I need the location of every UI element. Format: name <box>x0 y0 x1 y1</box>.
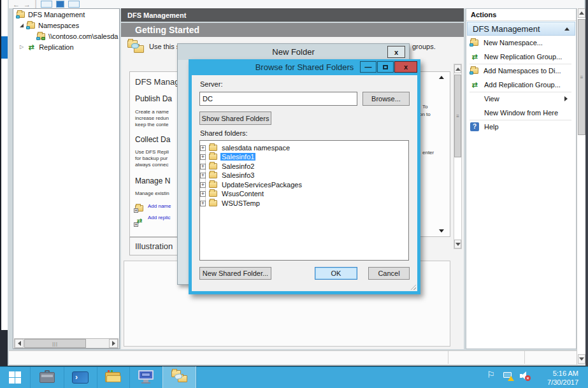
clock-time: 5:16 AM <box>534 369 578 378</box>
minimize-button[interactable]: — <box>360 61 376 73</box>
help-toolbar-icon[interactable] <box>68 1 80 8</box>
actions-section-header[interactable]: DFS Management <box>467 22 575 36</box>
scroll-down-button[interactable] <box>578 354 585 364</box>
action-help[interactable]: ? Help <box>467 120 575 133</box>
vscroll-thumb[interactable]: ≡ <box>578 19 585 135</box>
shared-folder-label: Salesinfo3 <box>220 171 255 179</box>
tree-item-namespaces[interactable]: Namespaces <box>20 20 79 31</box>
scroll-right-button[interactable] <box>109 339 118 348</box>
action-new-window[interactable]: New Window from Here <box>467 106 575 119</box>
scroll-left-button[interactable] <box>15 339 24 348</box>
show-shared-folders-button[interactable]: Show Shared Folders <box>199 111 271 125</box>
illustration-header-box[interactable]: Illustration <box>129 237 178 255</box>
clock-date: 7/30/2017 <box>534 378 578 387</box>
action-new-namespace[interactable]: New Namespace... <box>467 36 575 49</box>
new-folder-close-button[interactable]: x <box>387 46 405 58</box>
submenu-arrow-icon <box>564 96 568 101</box>
shared-folder-row-selected[interactable]: Salesinfo1 <box>200 152 255 161</box>
add-replication-link[interactable]: Add replic <box>148 215 171 220</box>
notification-flag-icon[interactable]: ⚐ <box>487 370 495 380</box>
show-tree-icon[interactable] <box>41 1 52 8</box>
vscroll-thumb[interactable]: ≡ <box>454 75 461 157</box>
scroll-up-button[interactable] <box>454 64 461 73</box>
maximize-glyph <box>383 65 388 69</box>
add-namespaces-icon <box>470 68 478 74</box>
ok-button[interactable]: OK <box>315 267 357 280</box>
shared-folder-label: WsusContent <box>220 190 265 198</box>
browse-button[interactable]: Browse... <box>362 92 410 106</box>
add-namespace-link[interactable]: Add name <box>148 203 171 209</box>
taskbar-powershell[interactable]: › <box>64 366 97 388</box>
export-list-icon[interactable] <box>56 1 64 8</box>
panel-scroll-down-icon[interactable] <box>439 229 444 233</box>
shared-folder-row[interactable]: UpdateServicesPackages <box>200 180 303 189</box>
section-text: for backup pur <box>135 155 168 161</box>
dfs-console-icon <box>17 11 25 18</box>
volume-muted-icon[interactable]: × <box>520 371 531 380</box>
shared-folder-row[interactable]: Salesinfo2 <box>200 162 255 171</box>
network-icon[interactable] <box>503 372 513 380</box>
action-add-replication-group[interactable]: ⇄ Add Replication Group... <box>467 78 575 91</box>
maximize-button[interactable] <box>377 61 394 73</box>
tree-item-label: \\contoso.com\salesda <box>48 32 118 40</box>
taskbar-dfs-management-active[interactable] <box>162 366 196 388</box>
expand-plus-icon[interactable] <box>200 164 206 169</box>
shared-folder-row[interactable]: WSUSTemp <box>200 199 261 208</box>
scroll-down-button[interactable] <box>454 240 461 248</box>
powershell-icon: › <box>72 371 89 384</box>
back-icon[interactable]: ← <box>13 1 20 8</box>
tree-item-dfs-management[interactable]: DFS Management <box>17 9 85 20</box>
tree-item-label: Replication <box>39 43 73 51</box>
action-label: Add Replication Group... <box>484 81 561 89</box>
section-text: Use DFS Repli <box>135 149 169 155</box>
background-scrollbar-thumb[interactable] <box>1 36 8 59</box>
content-vscrollbar[interactable]: ≡ <box>454 64 462 249</box>
clock[interactable]: 5:16 AM 7/30/2017 <box>534 369 578 387</box>
forward-icon[interactable]: → <box>24 1 31 8</box>
tree-item-label: Namespaces <box>38 22 79 29</box>
action-new-replication-group[interactable]: ⇄ New Replication Group... <box>467 50 575 63</box>
console-toolbar: ← → | <box>9 0 584 8</box>
taskbar-file-explorer[interactable] <box>97 366 129 388</box>
collapsed-arrow-icon[interactable]: ▷ <box>20 45 24 50</box>
shared-folder-row[interactable]: salesdata namespace <box>200 143 291 152</box>
action-label: New Window from Here <box>484 109 558 117</box>
expanded-arrow-icon[interactable] <box>20 24 24 27</box>
close-button[interactable]: x <box>394 61 417 73</box>
server-input[interactable]: DC <box>199 92 357 106</box>
expand-plus-icon[interactable] <box>200 173 206 178</box>
windows-logo-icon <box>9 371 21 384</box>
new-folder-title: New Folder <box>272 47 314 57</box>
window-vscrollbar[interactable]: ≡ <box>577 8 585 364</box>
action-view[interactable]: View <box>467 92 575 105</box>
collapse-section-icon[interactable] <box>564 27 570 31</box>
action-add-namespaces[interactable]: Add Namespaces to Di... <box>467 64 575 77</box>
panel-scroll-up-icon[interactable] <box>439 76 444 79</box>
shared-folder-row[interactable]: Salesinfo3 <box>200 171 255 180</box>
resize-grip[interactable] <box>410 284 416 290</box>
scroll-up-button[interactable] <box>578 8 585 18</box>
tree-item-replication[interactable]: ▷ ⇄ Replication <box>20 41 74 52</box>
cancel-button[interactable]: Cancel <box>368 267 410 280</box>
shared-folder-label: WSUSTemp <box>220 199 261 207</box>
hscroll-thumb[interactable]: ||| <box>24 339 86 348</box>
expand-plus-icon[interactable] <box>200 191 206 197</box>
status-bar-divider <box>448 351 448 364</box>
expand-plus-icon[interactable] <box>200 201 206 206</box>
tree-item-namespace-salesdata[interactable]: \\contoso.com\salesda <box>37 31 118 41</box>
namespaces-icon <box>27 22 35 29</box>
expand-plus-icon[interactable] <box>200 145 206 151</box>
new-shared-folder-button[interactable]: New Shared Folder... <box>199 267 271 280</box>
shared-folders-label: Shared folders: <box>200 129 248 137</box>
new-folder-titlebar[interactable]: New Folder <box>178 44 409 60</box>
shared-folder-icon <box>209 145 217 151</box>
taskbar-server-manager[interactable] <box>30 366 64 388</box>
taskbar-computer[interactable] <box>129 366 162 388</box>
tree-hscrollbar[interactable]: ||| <box>14 338 118 348</box>
expand-plus-icon[interactable] <box>200 154 206 160</box>
section-text: Create a name <box>135 109 169 115</box>
expand-plus-icon[interactable] <box>200 182 206 188</box>
shared-folder-row[interactable]: WsusContent <box>200 189 265 198</box>
section-heading: Manage N <box>135 176 170 185</box>
start-button[interactable] <box>0 366 30 388</box>
